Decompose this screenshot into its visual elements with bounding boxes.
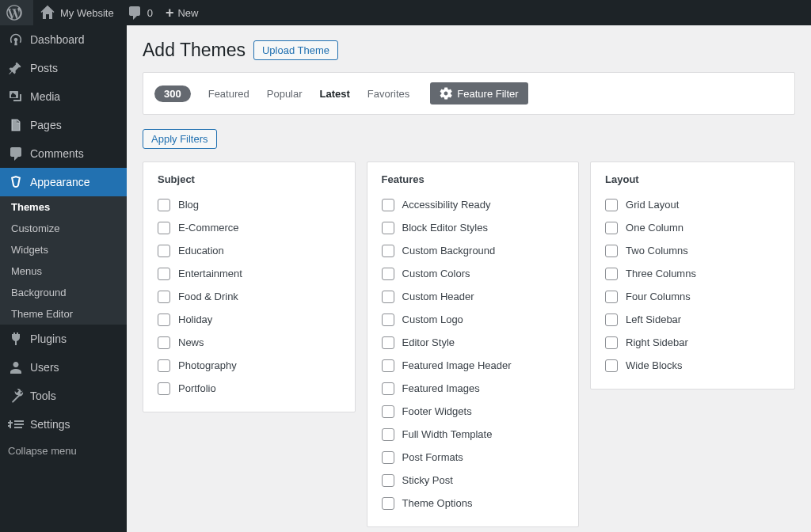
checkbox[interactable] xyxy=(605,245,618,257)
checkbox[interactable] xyxy=(382,314,394,326)
menu-users[interactable]: Users xyxy=(0,353,127,382)
upload-theme-button[interactable]: Upload Theme xyxy=(253,40,338,60)
sub-themes[interactable]: Themes xyxy=(0,196,127,218)
layout-option[interactable]: Left Sidebar xyxy=(605,310,780,330)
menu-tools[interactable]: Tools xyxy=(0,382,127,410)
subject-option[interactable]: Portfolio xyxy=(158,378,341,399)
checkbox[interactable] xyxy=(158,199,170,211)
features-option[interactable]: Accessibility Ready xyxy=(382,195,565,215)
features-option[interactable]: Editor Style xyxy=(382,332,565,353)
tools-icon xyxy=(8,388,24,404)
wordpress-icon xyxy=(6,5,22,21)
menu-pages[interactable]: Pages xyxy=(0,111,127,139)
checkbox[interactable] xyxy=(382,497,394,510)
checkbox[interactable] xyxy=(158,222,170,234)
new-link[interactable]: + New xyxy=(159,0,205,25)
menu-settings[interactable]: Settings xyxy=(0,410,127,439)
admin-sidebar: Dashboard Posts Media Pages Comments App… xyxy=(0,25,127,532)
checkbox[interactable] xyxy=(158,382,170,395)
layout-option[interactable]: Two Columns xyxy=(605,241,780,261)
checkbox[interactable] xyxy=(158,359,170,372)
menu-plugins[interactable]: Plugins xyxy=(0,325,127,353)
menu-comments[interactable]: Comments xyxy=(0,139,127,168)
checkbox[interactable] xyxy=(382,474,394,487)
checkbox[interactable] xyxy=(158,336,170,349)
layout-option[interactable]: Right Sidebar xyxy=(605,332,780,353)
sub-customize[interactable]: Customize xyxy=(0,218,127,239)
features-option[interactable]: Footer Widgets xyxy=(382,401,565,422)
checkbox[interactable] xyxy=(158,245,170,257)
checkbox[interactable] xyxy=(382,359,394,372)
layout-option[interactable]: Three Columns xyxy=(605,264,780,284)
features-option-label: Footer Widgets xyxy=(402,405,472,419)
menu-posts-label: Posts xyxy=(30,62,58,74)
checkbox[interactable] xyxy=(605,359,618,372)
menu-dashboard-label: Dashboard xyxy=(30,33,85,46)
layout-option[interactable]: Four Columns xyxy=(605,287,780,307)
checkbox[interactable] xyxy=(605,222,618,234)
tab-popular[interactable]: Popular xyxy=(267,88,303,100)
checkbox[interactable] xyxy=(158,291,170,303)
sub-background[interactable]: Background xyxy=(0,282,127,303)
comments-link[interactable]: 0 xyxy=(120,0,159,25)
checkbox[interactable] xyxy=(382,291,394,303)
checkbox[interactable] xyxy=(382,451,394,464)
features-option[interactable]: Custom Header xyxy=(382,287,565,307)
checkbox[interactable] xyxy=(605,268,618,280)
features-option[interactable]: Block Editor Styles xyxy=(382,218,565,238)
checkbox[interactable] xyxy=(605,199,618,211)
features-option[interactable]: Full Width Template xyxy=(382,424,565,445)
subject-option[interactable]: News xyxy=(158,332,341,353)
features-option[interactable]: Custom Background xyxy=(382,241,565,261)
collapse-menu[interactable]: Collapse menu xyxy=(0,439,127,463)
checkbox[interactable] xyxy=(382,222,394,234)
sub-menus[interactable]: Menus xyxy=(0,260,127,282)
subject-option[interactable]: Education xyxy=(158,241,341,261)
layout-option[interactable]: Grid Layout xyxy=(605,195,780,215)
checkbox[interactable] xyxy=(382,336,394,349)
features-option-label: Custom Colors xyxy=(402,267,470,281)
apply-filters-top[interactable]: Apply Filters xyxy=(143,129,217,149)
subject-option[interactable]: Photography xyxy=(158,355,341,376)
features-option[interactable]: Custom Colors xyxy=(382,264,565,284)
tab-featured[interactable]: Featured xyxy=(208,88,249,100)
checkbox[interactable] xyxy=(605,291,618,303)
features-option[interactable]: Sticky Post xyxy=(382,470,565,491)
tab-favorites[interactable]: Favorites xyxy=(367,88,409,100)
layout-option[interactable]: Wide Blocks xyxy=(605,355,780,376)
checkbox[interactable] xyxy=(158,268,170,280)
tab-latest[interactable]: Latest xyxy=(320,88,350,100)
features-option-label: Editor Style xyxy=(402,336,455,350)
subject-option[interactable]: Blog xyxy=(158,195,341,215)
checkbox[interactable] xyxy=(382,405,394,418)
subject-option[interactable]: Food & Drink xyxy=(158,287,341,307)
menu-posts[interactable]: Posts xyxy=(0,54,127,82)
comments-icon xyxy=(8,146,24,162)
menu-media[interactable]: Media xyxy=(0,82,127,111)
site-link[interactable]: My Website xyxy=(33,0,120,25)
sub-widgets[interactable]: Widgets xyxy=(0,239,127,260)
subject-option[interactable]: Holiday xyxy=(158,310,341,330)
checkbox[interactable] xyxy=(382,199,394,211)
checkbox[interactable] xyxy=(382,428,394,441)
checkbox[interactable] xyxy=(605,314,618,326)
checkbox[interactable] xyxy=(605,336,618,349)
layout-option[interactable]: One Column xyxy=(605,218,780,238)
checkbox[interactable] xyxy=(382,268,394,280)
checkbox[interactable] xyxy=(382,245,394,257)
menu-appearance[interactable]: Appearance xyxy=(0,168,127,196)
subject-option[interactable]: E-Commerce xyxy=(158,218,341,238)
wp-logo-link[interactable] xyxy=(0,0,33,25)
collapse-label: Collapse menu xyxy=(8,445,77,457)
features-option[interactable]: Post Formats xyxy=(382,447,565,468)
sub-theme-editor[interactable]: Theme Editor xyxy=(0,303,127,325)
subject-option[interactable]: Entertainment xyxy=(158,264,341,284)
checkbox[interactable] xyxy=(382,382,394,395)
features-option[interactable]: Theme Options xyxy=(382,493,565,514)
feature-filter-button[interactable]: Feature Filter xyxy=(430,82,527,104)
checkbox[interactable] xyxy=(158,314,170,326)
features-option[interactable]: Featured Image Header xyxy=(382,355,565,376)
features-option[interactable]: Featured Images xyxy=(382,378,565,399)
features-option[interactable]: Custom Logo xyxy=(382,310,565,330)
menu-dashboard[interactable]: Dashboard xyxy=(0,25,127,54)
